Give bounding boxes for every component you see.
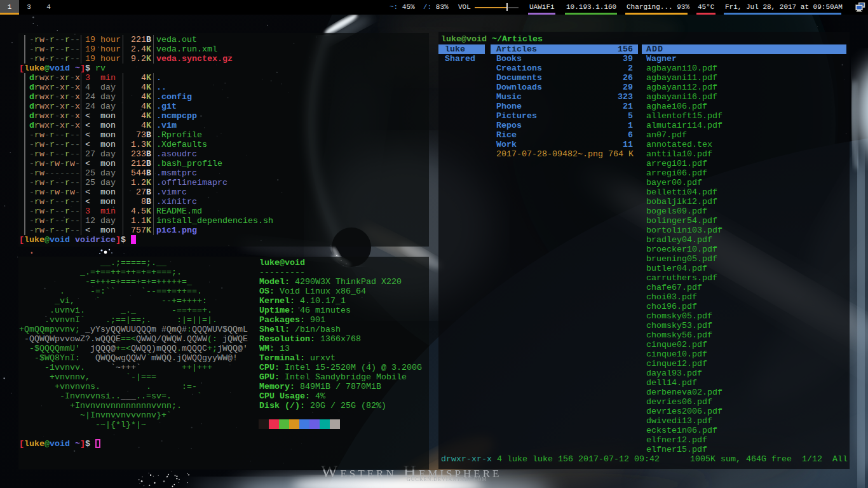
svg-text:GUCKEN.DEVIANTART.COM: GUCKEN.DEVIANTART.COM — [407, 477, 487, 482]
